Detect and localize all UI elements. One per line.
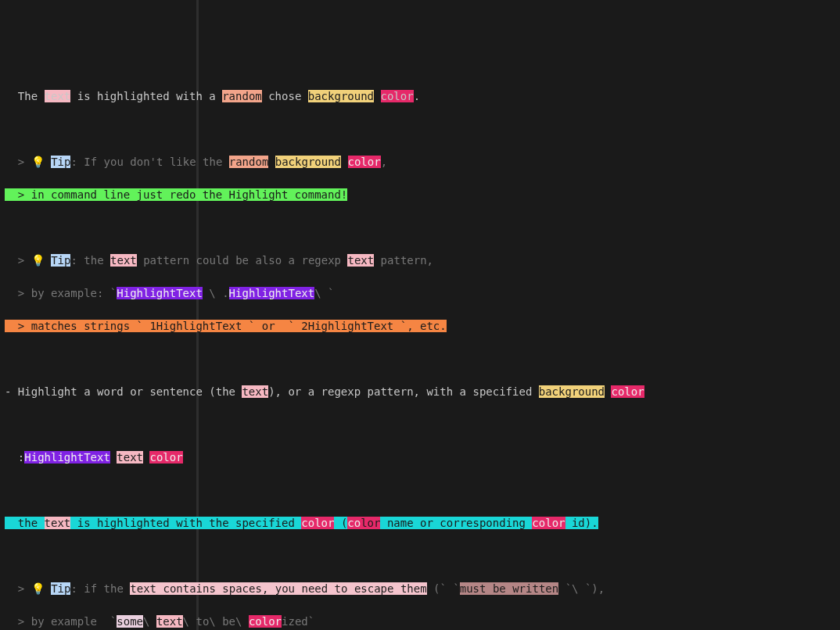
hl-color: color xyxy=(348,156,381,168)
hl-some: some xyxy=(117,615,143,628)
code-line: > in command line just redo the Highligh… xyxy=(0,187,840,203)
hl-line: > in command line just redo the Highligh… xyxy=(5,188,347,201)
hl-color: color xyxy=(532,517,565,529)
code-line: > 💡 Tip: If you don't like the random ba… xyxy=(0,154,840,170)
hl-color: color xyxy=(149,451,182,464)
hl-text: text xyxy=(156,615,183,628)
hl-text: text xyxy=(347,254,374,267)
hl-text: text xyxy=(45,517,71,529)
blank-line xyxy=(0,351,840,367)
hl-color: color xyxy=(611,385,644,398)
hl-random: random xyxy=(222,90,262,102)
hl-tip: Tip xyxy=(51,254,70,267)
hl-background: background xyxy=(539,385,605,398)
code-line: the text is highlighted with the specifi… xyxy=(0,515,840,532)
code-line: > by example: `HighlightText \ .Highligh… xyxy=(0,285,840,302)
code-line: > 💡 Tip: if the text contains spaces, yo… xyxy=(0,581,840,597)
hl-text: text xyxy=(110,254,137,267)
code-line: The text is highlighted with a random ch… xyxy=(0,88,840,105)
hl-color: color xyxy=(249,615,282,628)
code-line: > matches strings ` 1HighlightText ` or … xyxy=(0,318,840,335)
hl-must: must be written xyxy=(460,582,558,595)
blank-line xyxy=(0,220,840,236)
hl-random: random xyxy=(229,156,269,168)
hl-text: text xyxy=(242,385,268,398)
blank-line xyxy=(0,121,840,138)
hl-background: background xyxy=(275,156,341,168)
blank-line xyxy=(0,417,840,433)
code-line: > by example `some\ text\ to\ be\ colori… xyxy=(0,614,840,630)
hl-color-partial: lor xyxy=(361,517,380,529)
code-line: > 💡 Tip: the text pattern could be also … xyxy=(0,252,840,269)
hl-cmd: HighlightText xyxy=(117,287,203,299)
hl-color: color xyxy=(301,517,334,529)
hl-background: background xyxy=(308,90,374,102)
blank-line xyxy=(0,482,840,499)
hl-text: text xyxy=(117,451,143,464)
hl-tip: Tip xyxy=(51,156,70,168)
hl-color: color xyxy=(381,90,414,102)
hl-line: > matches strings ` 1HighlightText ` or … xyxy=(5,320,447,332)
hl-line: the text is highlighted with the specifi… xyxy=(5,517,598,529)
hl-cmd: HighlightText xyxy=(229,287,315,299)
code-line: - Highlight a word or sentence (the text… xyxy=(0,384,840,400)
hl-tip: Tip xyxy=(51,582,70,595)
hl-span: text contains spaces, you need to escape… xyxy=(130,582,426,595)
hl-color: co xyxy=(347,517,361,529)
hl-cmd: HighlightText xyxy=(24,451,110,464)
hl-text: text xyxy=(45,90,71,102)
code-line: :HighlightText text color xyxy=(0,449,840,466)
blank-line xyxy=(0,548,840,564)
